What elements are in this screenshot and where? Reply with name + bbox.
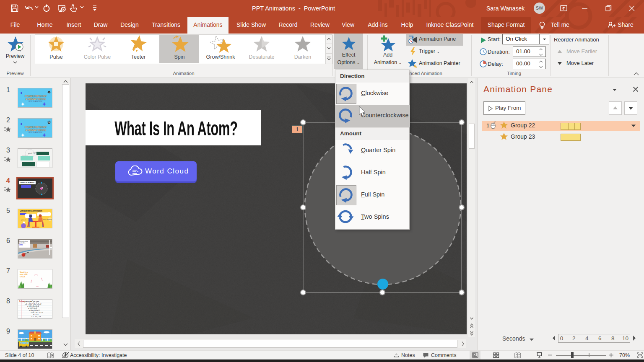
svg-text:you-pr...: you-pr...: [21, 219, 27, 221]
svg-text:√(2x+3)·4x²·(x-1)=0: √(2x+3)·4x²·(x-1)=0: [23, 300, 39, 303]
svg-text:x = -1/4, 2/3: x = -1/4, 2/3: [31, 315, 41, 318]
svg-text:they them/art-gr...: they them/art-gr...: [43, 218, 52, 220]
